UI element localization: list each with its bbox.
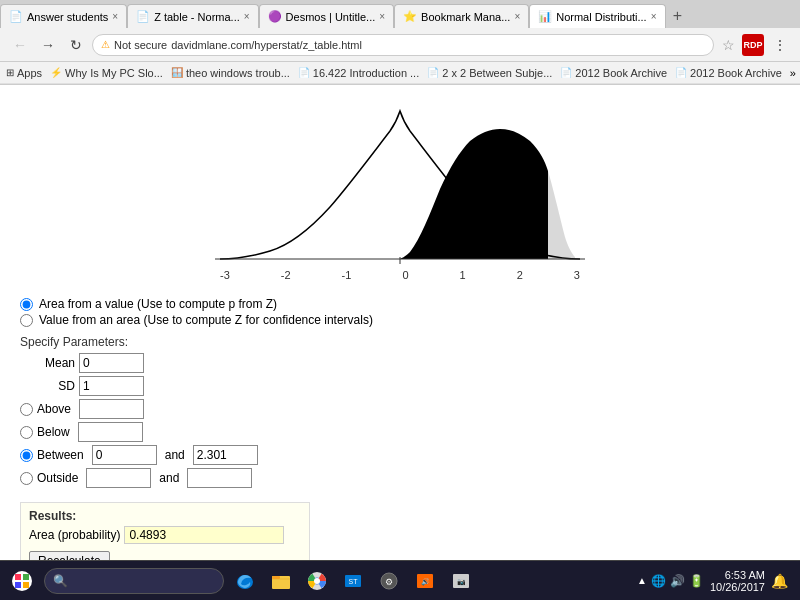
taskbar-app7-button[interactable]: 📷 xyxy=(444,564,478,598)
option-area-from-value-radio[interactable] xyxy=(20,298,33,311)
below-label[interactable]: Below xyxy=(37,425,70,439)
outside-label[interactable]: Outside xyxy=(37,471,78,485)
above-label[interactable]: Above xyxy=(37,402,71,416)
forward-button[interactable]: → xyxy=(36,33,60,57)
taskbar-chrome-button[interactable] xyxy=(300,564,334,598)
clock-time: 6:53 AM xyxy=(710,569,765,581)
taskbar-app6-button[interactable]: 🔊 xyxy=(408,564,442,598)
tab-close-5[interactable]: × xyxy=(651,11,657,22)
graph-container: -3 -2 -1 0 1 2 3 xyxy=(210,89,590,289)
tab-desmos[interactable]: 🟣 Desmos | Untitle... × xyxy=(259,4,395,28)
taskbar-edge-button[interactable] xyxy=(228,564,262,598)
tab-bookmarks[interactable]: ⭐ Bookmark Mana... × xyxy=(394,4,529,28)
rdp-extension-button[interactable]: RDP xyxy=(742,34,764,56)
bookmark-2012a[interactable]: 📄 2012 Book Archive xyxy=(560,67,667,79)
bookmark-16422-label: 16.422 Introduction ... xyxy=(313,67,419,79)
x-label-neg2: -2 xyxy=(281,269,291,281)
bookmark-2012b[interactable]: 📄 2012 Book Archive xyxy=(675,67,782,79)
taskbar-search-box[interactable]: 🔍 xyxy=(44,568,224,594)
clock-display[interactable]: 6:53 AM 10/26/2017 xyxy=(710,569,765,593)
taskbar-app5-button[interactable]: ⚙ xyxy=(372,564,406,598)
network-icon: 🌐 xyxy=(651,574,666,588)
above-input[interactable] xyxy=(79,399,144,419)
bookmark-2012a-label: 2012 Book Archive xyxy=(575,67,667,79)
bookmark-16422[interactable]: 📄 16.422 Introduction ... xyxy=(298,67,419,79)
x-label-2: 2 xyxy=(517,269,523,281)
menu-button[interactable]: ⋮ xyxy=(768,33,792,57)
clock-date: 10/26/2017 xyxy=(710,581,765,593)
outside-radio[interactable] xyxy=(20,472,33,485)
outside-input-1[interactable] xyxy=(86,468,151,488)
tab-title-4: Bookmark Mana... xyxy=(421,11,510,23)
tab-icon-1: 📄 xyxy=(9,10,23,24)
svg-rect-3 xyxy=(15,582,21,588)
area-prob-value[interactable] xyxy=(124,526,284,544)
above-radio[interactable] xyxy=(20,403,33,416)
tab-close-1[interactable]: × xyxy=(112,11,118,22)
results-label: Results: xyxy=(29,509,301,523)
between-input-2[interactable] xyxy=(193,445,258,465)
between-input-1[interactable] xyxy=(92,445,157,465)
tab-title-1: Answer students xyxy=(27,11,108,23)
area-prob-label: Area (probability) xyxy=(29,528,120,542)
tab-icon-3: 🟣 xyxy=(268,10,282,24)
params-section: Specify Parameters: Mean SD Above Below … xyxy=(20,335,780,488)
x-label-neg3: -3 xyxy=(220,269,230,281)
params-header: Specify Parameters: xyxy=(20,335,780,349)
tab-icon-2: 📄 xyxy=(136,10,150,24)
option-value-from-area-radio[interactable] xyxy=(20,314,33,327)
shaded-area xyxy=(400,129,548,259)
below-radio[interactable] xyxy=(20,426,33,439)
between-label[interactable]: Between xyxy=(37,448,84,462)
not-secure-label: Not secure xyxy=(114,39,167,51)
bookmark-why-pc-label: Why Is My PC Slo... xyxy=(65,67,163,79)
bookmark-2x2-label: 2 x 2 Between Subje... xyxy=(442,67,552,79)
tail-area xyxy=(548,171,575,259)
sd-input[interactable] xyxy=(79,376,144,396)
outside-and-label: and xyxy=(159,471,179,485)
below-input[interactable] xyxy=(78,422,143,442)
battery-icon: 🔋 xyxy=(689,574,704,588)
sd-label: SD xyxy=(20,379,75,393)
bookmark-star-button[interactable]: ☆ xyxy=(718,35,738,55)
svg-text:📷: 📷 xyxy=(457,577,466,586)
tab-normal-dist[interactable]: 📊 Normal Distributi... × xyxy=(529,4,665,28)
taskbar-app4-button[interactable]: ST xyxy=(336,564,370,598)
outside-input-2[interactable] xyxy=(187,468,252,488)
tab-ztable[interactable]: 📄 Z table - Norma... × xyxy=(127,4,258,28)
bookmark-apps-label: Apps xyxy=(17,67,42,79)
book-icon-a: 📄 xyxy=(560,67,572,78)
new-tab-button[interactable]: + xyxy=(666,4,690,28)
address-bar[interactable]: ⚠ Not secure davidmlane.com/hyperstat/z_… xyxy=(92,34,714,56)
tab-close-2[interactable]: × xyxy=(244,11,250,22)
between-radio[interactable] xyxy=(20,449,33,462)
taskbar-explorer-button[interactable] xyxy=(264,564,298,598)
sd-row: SD xyxy=(20,376,780,396)
tab-answer-students[interactable]: 📄 Answer students × xyxy=(0,4,127,28)
x-label-0: 0 xyxy=(402,269,408,281)
results-section: Results: Area (probability) Recalculate xyxy=(20,502,310,565)
above-row: Above xyxy=(20,399,780,419)
bookmark-apps[interactable]: ⊞ Apps xyxy=(6,67,42,79)
option-row-area-from-value: Area from a value (Use to compute p from… xyxy=(20,297,780,311)
svg-rect-7 xyxy=(272,576,280,579)
x-label-neg1: -1 xyxy=(342,269,352,281)
tab-close-3[interactable]: × xyxy=(379,11,385,22)
below-row: Below xyxy=(20,422,780,442)
power-icon: ⚡ xyxy=(50,67,62,78)
option-area-from-value-label[interactable]: Area from a value (Use to compute p from… xyxy=(39,297,277,311)
start-button[interactable] xyxy=(4,565,40,597)
bookmark-2x2[interactable]: 📄 2 x 2 Between Subje... xyxy=(427,67,552,79)
option-value-from-area-label[interactable]: Value from an area (Use to compute Z for… xyxy=(39,313,373,327)
tab-close-4[interactable]: × xyxy=(514,11,520,22)
svg-text:ST: ST xyxy=(349,578,359,585)
bookmark-why-pc[interactable]: ⚡ Why Is My PC Slo... xyxy=(50,67,163,79)
reload-button[interactable]: ↻ xyxy=(64,33,88,57)
tab-title-5: Normal Distributi... xyxy=(556,11,646,23)
mean-input[interactable] xyxy=(79,353,144,373)
chevron-up-icon[interactable]: ▲ xyxy=(637,575,647,586)
notification-button[interactable]: 🔔 xyxy=(771,573,788,589)
bookmark-theo[interactable]: 🪟 theo windows troub... xyxy=(171,67,290,79)
taskbar-right: ▲ 🌐 🔊 🔋 6:53 AM 10/26/2017 🔔 xyxy=(637,569,796,593)
back-button[interactable]: ← xyxy=(8,33,32,57)
